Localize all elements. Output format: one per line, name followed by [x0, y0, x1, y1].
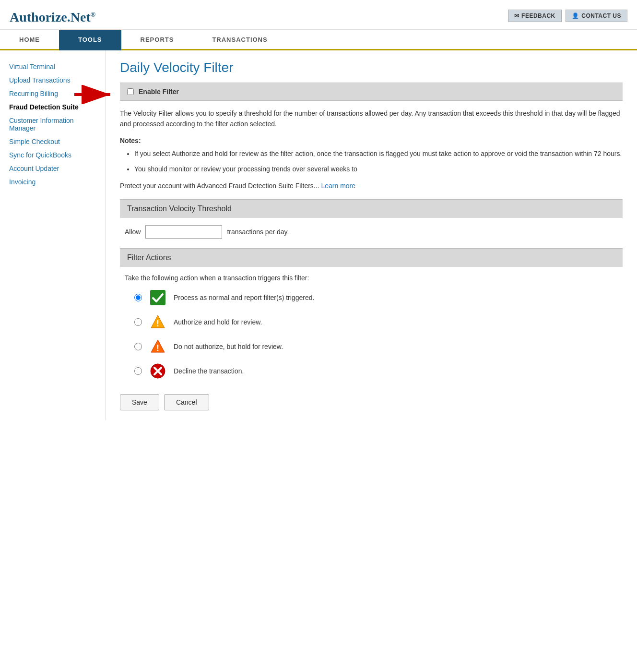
filter-radio-4[interactable] [134, 367, 142, 375]
note-item-2: You should monitor or review your proces… [134, 164, 623, 174]
site-logo: Authorize.Net® [10, 5, 95, 29]
feedback-label: FEEDBACK [521, 12, 555, 19]
orange-exclamation-icon: ! [149, 338, 166, 355]
notes-list: If you select Authorize and hold for rev… [134, 148, 623, 175]
note-item-1: If you select Authorize and hold for rev… [134, 148, 623, 159]
sidebar: Virtual Terminal Upload Transactions Rec… [0, 50, 106, 420]
green-check-icon [149, 289, 166, 306]
filter-option-2: ! Authorize and hold for review. [120, 313, 623, 331]
sidebar-item-account-updater[interactable]: Account Updater [7, 162, 98, 175]
enable-filter-checkbox[interactable] [127, 88, 134, 95]
feedback-icon: ✉ [514, 12, 519, 19]
contact-button[interactable]: 👤 CONTACT US [566, 10, 627, 22]
learn-more-text: Protect your account with Advanced Fraud… [120, 182, 623, 190]
red-x-icon [149, 362, 166, 380]
filter-option-3-label: Do not authorize, but hold for review. [174, 343, 283, 350]
cancel-button[interactable]: Cancel [164, 394, 209, 410]
filter-option-1-label: Process as normal and report filter(s) t… [174, 294, 314, 301]
filter-actions-section-header: Filter Actions [120, 248, 623, 267]
annotation-arrow [72, 85, 115, 106]
nav-reports[interactable]: REPORTS [121, 30, 193, 49]
filter-option-2-label: Authorize and hold for review. [174, 318, 262, 326]
nav-tools[interactable]: TOOLS [59, 30, 121, 50]
save-button[interactable]: Save [120, 394, 159, 410]
filter-radio-3[interactable] [134, 343, 142, 350]
learn-more-link[interactable]: Learn more [321, 182, 355, 190]
allow-label: Allow [125, 228, 141, 236]
nav-transactions[interactable]: TRANSACTIONS [193, 30, 286, 49]
threshold-input[interactable] [145, 225, 222, 239]
filter-option-3: ! Do not authorize, but hold for review. [120, 338, 623, 355]
filter-radio-2[interactable] [134, 318, 142, 326]
enable-filter-label[interactable]: Enable Filter [139, 88, 179, 96]
feedback-button[interactable]: ✉ FEEDBACK [508, 10, 562, 22]
page-title: Daily Velocity Filter [120, 60, 623, 75]
filter-option-1: Process as normal and report filter(s) t… [120, 289, 623, 306]
contact-label: CONTACT US [581, 12, 621, 19]
orange-warning-icon: ! [149, 313, 166, 331]
svg-text:!: ! [156, 319, 159, 328]
button-row: Save Cancel [120, 389, 623, 410]
filter-option-4-label: Decline the transaction. [174, 367, 244, 375]
sidebar-item-virtual-terminal[interactable]: Virtual Terminal [7, 60, 98, 73]
nav-home[interactable]: HOME [0, 30, 59, 49]
filter-description: The Velocity Filter allows you to specif… [120, 108, 623, 130]
svg-text:!: ! [156, 343, 159, 353]
sidebar-item-customer-info-manager[interactable]: Customer Information Manager [7, 114, 98, 135]
sidebar-item-simple-checkout[interactable]: Simple Checkout [7, 135, 98, 148]
filter-actions-description: Take the following action when a transac… [120, 274, 623, 282]
sidebar-item-invoicing[interactable]: Invoicing [7, 175, 98, 189]
contact-icon: 👤 [572, 12, 579, 19]
filter-option-4: Decline the transaction. [120, 362, 623, 380]
notes-label: Notes: [120, 137, 623, 144]
threshold-row: Allow transactions per day. [120, 225, 623, 239]
enable-filter-row: Enable Filter [120, 83, 623, 101]
content-area: Daily Velocity Filter Enable Filter The … [106, 50, 637, 420]
per-day-label: transactions per day. [227, 228, 289, 236]
sidebar-item-sync-quickbooks[interactable]: Sync for QuickBooks [7, 148, 98, 162]
filter-radio-1[interactable] [134, 294, 142, 301]
threshold-section-header: Transaction Velocity Threshold [120, 199, 623, 218]
nav-bar: HOME TOOLS REPORTS TRANSACTIONS [0, 30, 637, 50]
